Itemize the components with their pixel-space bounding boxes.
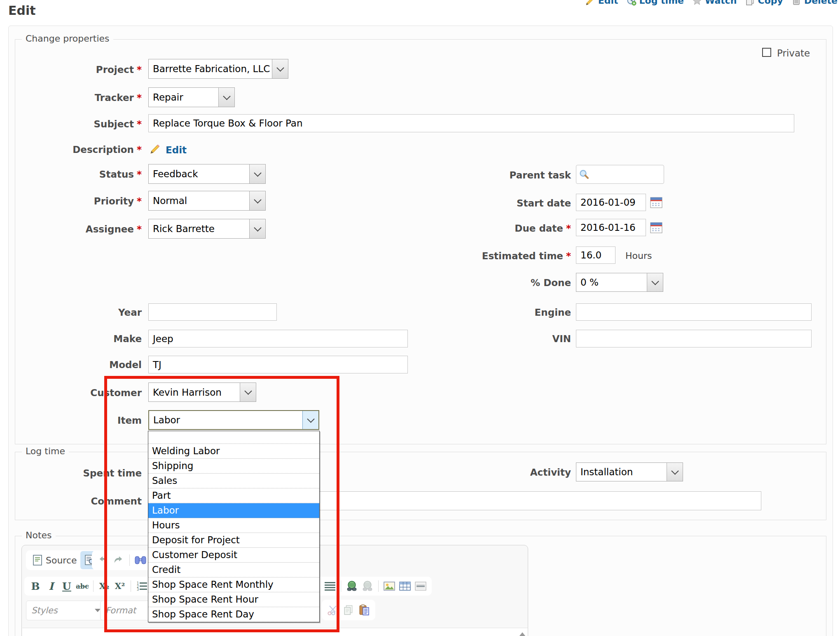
engine-input[interactable] bbox=[576, 303, 812, 321]
vin-input[interactable] bbox=[576, 330, 812, 347]
strikethrough-button[interactable]: abc bbox=[75, 577, 90, 595]
subscript-button[interactable]: X₂ bbox=[96, 577, 112, 595]
chevron-down-icon bbox=[647, 273, 663, 291]
percent-done-select[interactable]: 0 % bbox=[576, 273, 663, 292]
scrollbar-up-arrow[interactable] bbox=[519, 632, 526, 636]
priority-label: Priority* bbox=[18, 196, 142, 207]
notes-legend: Notes bbox=[22, 530, 56, 540]
undo-button[interactable] bbox=[95, 552, 111, 569]
year-input[interactable] bbox=[148, 303, 277, 321]
subject-label: Subject* bbox=[18, 119, 142, 129]
due-date-input[interactable]: 2016-01-16 bbox=[576, 219, 646, 236]
chevron-down-icon bbox=[249, 164, 265, 183]
assignee-label: Assignee* bbox=[18, 224, 142, 235]
source-button[interactable]: Source bbox=[29, 554, 80, 566]
chevron-down-icon bbox=[302, 411, 318, 429]
customer-label: Customer bbox=[18, 387, 142, 398]
calendar-icon[interactable] bbox=[650, 222, 662, 233]
styles-combo[interactable]: Styles bbox=[26, 601, 106, 620]
edit-action-link[interactable]: Edit bbox=[585, 0, 618, 6]
clock-plus-icon bbox=[627, 0, 636, 6]
tracker-label: Tracker* bbox=[18, 92, 142, 103]
copy-icon bbox=[745, 0, 755, 6]
pencil-icon bbox=[150, 143, 161, 154]
table-icon bbox=[399, 582, 411, 591]
copy-button[interactable] bbox=[341, 601, 356, 619]
estimated-time-input[interactable]: 16.0 bbox=[576, 246, 615, 264]
model-input[interactable]: TJ bbox=[148, 356, 408, 373]
issue-edit-page: Edit Log time Watch Copy Delete Edit Cha… bbox=[0, 0, 840, 636]
project-label: Project* bbox=[18, 64, 142, 75]
status-select[interactable]: Feedback bbox=[148, 164, 266, 184]
dropdown-option[interactable]: Shop Space Rent Hour bbox=[148, 592, 319, 607]
superscript-button[interactable]: X² bbox=[112, 577, 128, 595]
chevron-down-icon bbox=[667, 463, 683, 481]
make-label: Make bbox=[18, 333, 142, 344]
customer-select[interactable]: Kevin Harrison bbox=[148, 383, 256, 402]
insert-image-button[interactable] bbox=[381, 577, 397, 595]
dropdown-option[interactable] bbox=[148, 431, 319, 444]
dropdown-option-selected[interactable]: Labor bbox=[148, 503, 319, 518]
tracker-select[interactable]: Repair bbox=[148, 87, 235, 107]
justify-block-button[interactable] bbox=[322, 577, 338, 595]
dropdown-option[interactable]: Sales bbox=[148, 474, 319, 488]
start-date-label: Start date bbox=[435, 198, 571, 209]
dropdown-option[interactable]: Shop Space Rent Monthly bbox=[148, 577, 319, 592]
make-input[interactable]: Jeep bbox=[148, 330, 408, 347]
description-label: Description* bbox=[18, 144, 142, 155]
activity-select[interactable]: Installation bbox=[576, 462, 683, 481]
bold-button[interactable]: B bbox=[28, 577, 43, 595]
log-time-action-link[interactable]: Log time bbox=[627, 0, 684, 6]
page-title: Edit bbox=[8, 3, 36, 18]
estimated-time-suffix: Hours bbox=[625, 251, 652, 261]
start-date-input[interactable]: 2016-01-09 bbox=[576, 194, 646, 211]
find-button[interactable] bbox=[133, 552, 148, 569]
private-checkbox[interactable] bbox=[762, 48, 771, 57]
horizontal-rule-button[interactable] bbox=[413, 577, 428, 595]
parent-task-input[interactable] bbox=[576, 165, 664, 184]
justify-block-icon bbox=[325, 582, 335, 591]
vin-label: VIN bbox=[435, 333, 571, 344]
dropdown-option[interactable]: Hours bbox=[148, 518, 319, 533]
change-properties-legend: Change properties bbox=[22, 33, 113, 44]
redo-button[interactable] bbox=[111, 552, 126, 569]
scissors-icon bbox=[327, 605, 339, 615]
italic-button[interactable]: I bbox=[43, 577, 59, 595]
copy-pages-icon bbox=[343, 605, 354, 615]
dropdown-option[interactable]: Customer Deposit bbox=[148, 548, 319, 563]
dropdown-option[interactable]: Welding Labor bbox=[148, 444, 319, 459]
underline-button[interactable]: U bbox=[59, 577, 75, 595]
assignee-select[interactable]: Rick Barrette bbox=[148, 219, 266, 239]
insert-table-button[interactable] bbox=[397, 577, 413, 595]
delete-action-link[interactable]: Delete bbox=[791, 0, 838, 6]
engine-label: Engine bbox=[435, 307, 571, 318]
chevron-down-icon bbox=[218, 88, 234, 107]
due-date-label: Due date* bbox=[435, 223, 571, 234]
copy-action-link[interactable]: Copy bbox=[745, 0, 783, 6]
year-label: Year bbox=[18, 307, 142, 318]
priority-select[interactable]: Normal bbox=[148, 191, 266, 211]
calendar-icon[interactable] bbox=[650, 197, 662, 208]
source-document-icon bbox=[33, 554, 42, 566]
spent-time-label: Spent time bbox=[18, 468, 142, 479]
dropdown-option[interactable]: Part bbox=[148, 488, 319, 503]
binoculars-icon bbox=[134, 555, 147, 565]
dropdown-option[interactable]: Credit bbox=[148, 563, 319, 577]
redo-icon bbox=[113, 555, 124, 565]
chevron-down-icon bbox=[240, 383, 256, 401]
parent-task-label: Parent task bbox=[435, 170, 571, 181]
item-select[interactable]: Labor bbox=[148, 410, 319, 430]
subject-input[interactable]: Replace Torque Box & Floor Pan bbox=[148, 114, 794, 132]
watch-action-link[interactable]: Watch bbox=[692, 0, 737, 6]
numbered-list-button[interactable]: 123 bbox=[134, 577, 150, 595]
link-button[interactable] bbox=[344, 577, 360, 595]
dropdown-option[interactable]: Shipping bbox=[148, 459, 319, 474]
editor-content-area[interactable] bbox=[22, 628, 528, 636]
dropdown-option[interactable]: Shop Space Rent Day bbox=[148, 607, 319, 622]
description-edit-link[interactable]: Edit bbox=[166, 145, 187, 155]
paste-button[interactable] bbox=[356, 601, 372, 619]
project-select[interactable]: Barrette Fabrication, LLC bbox=[148, 59, 288, 79]
unlink-button[interactable] bbox=[360, 577, 375, 595]
dropdown-option[interactable]: Deposit for Project bbox=[148, 533, 319, 548]
cut-button[interactable] bbox=[325, 601, 341, 619]
